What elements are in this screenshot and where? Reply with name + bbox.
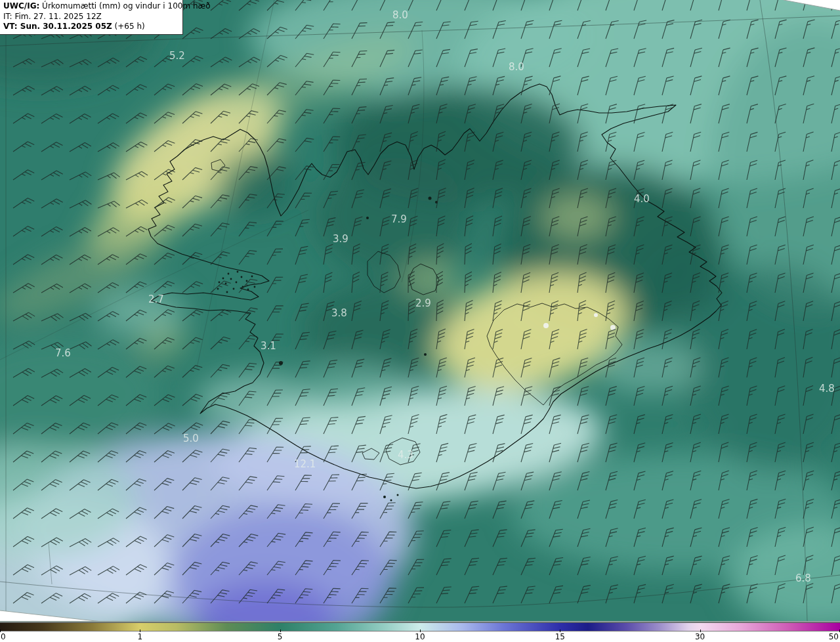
field-value-label: 7.6 — [55, 347, 71, 359]
colorbar-tick-label: 15 — [555, 632, 565, 641]
field-value-label: 5.2 — [169, 50, 185, 62]
colorbar: 01510153050 — [0, 621, 840, 642]
valid-time-line: VT: Sun. 30.11.2025 05Z (+65 h) — [3, 22, 179, 32]
weather-map-page: 5.28.08.04.03.97.92.73.82.93.17.64.85.01… — [0, 0, 840, 642]
colorbar-tick — [140, 630, 140, 632]
field-value-label: 4.0 — [634, 193, 650, 205]
colorbar-labels: 01510153050 — [0, 631, 840, 642]
map-title: Úrkomumætti (mm) og vindur i 100m hæð — [39, 1, 210, 11]
field-value-label: 3.1 — [261, 340, 276, 352]
init-time-line: IT: Fim. 27. 11. 2025 12Z — [3, 12, 179, 22]
map-title-line: UWC/IG: Úrkomumætti (mm) og vindur i 100… — [3, 1, 179, 12]
colorbar-tick — [700, 630, 701, 632]
field-value-label: 4.3 — [398, 449, 413, 461]
field-value-label: 7.9 — [391, 213, 407, 225]
field-value-label: 8.0 — [509, 61, 524, 73]
colorbar-tick — [560, 630, 560, 632]
model-name: UWC/IG: — [3, 1, 39, 11]
colorbar-tick — [0, 630, 1, 632]
field-value-label: 6.8 — [795, 572, 811, 584]
colorbar-tick — [280, 630, 281, 632]
field-value-label: 2.9 — [415, 297, 431, 309]
field-value-label: 2.7 — [148, 293, 164, 305]
field-value-label: 4.8 — [819, 383, 835, 395]
colorbar-tick-label: 50 — [829, 632, 839, 641]
field-value-label: 3.8 — [331, 307, 347, 319]
colorbar-tick-label: 0 — [1, 632, 6, 641]
valid-offset: (+65 h) — [112, 22, 145, 31]
colorbar-tick-label: 30 — [695, 632, 705, 641]
colorbar-tick-label: 10 — [415, 632, 425, 641]
colorbar-tick — [420, 630, 421, 632]
weather-map: 5.28.08.04.03.97.92.73.82.93.17.64.85.01… — [0, 0, 840, 622]
valid-time: VT: Sun. 30.11.2025 05Z — [3, 22, 112, 31]
field-value-label: 5.0 — [183, 433, 199, 444]
field-value-label: 12.1 — [294, 458, 316, 470]
title-box: UWC/IG: Úrkomumætti (mm) og vindur i 100… — [0, 0, 183, 35]
field-value-label: 3.9 — [333, 233, 348, 245]
field-value-label: 8.0 — [392, 9, 408, 21]
colorbar-tick-label: 5 — [278, 632, 283, 641]
colorbar-tick-label: 1 — [138, 632, 143, 641]
